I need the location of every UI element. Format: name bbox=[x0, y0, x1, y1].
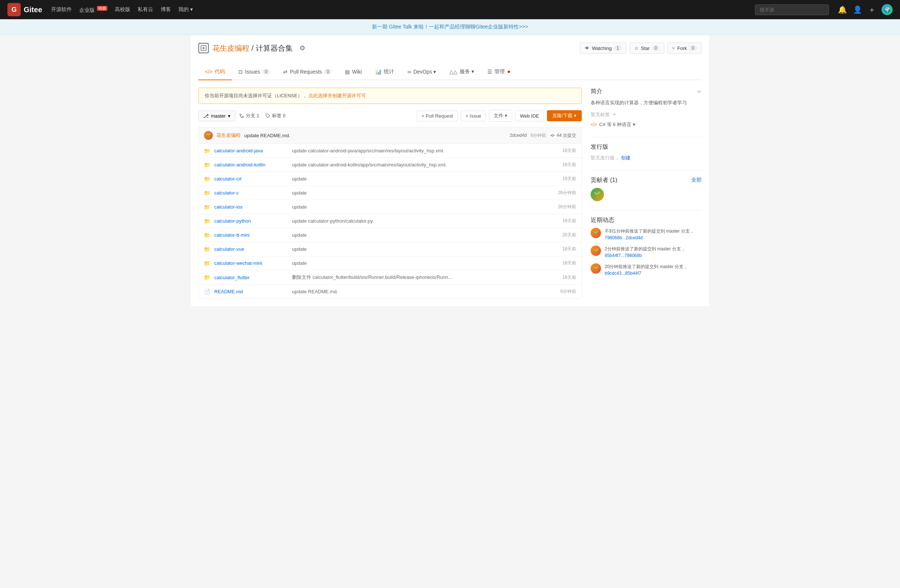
contributor-avatar-1[interactable]: 🌱 bbox=[591, 188, 604, 201]
sidebar-activity: 近期动态 🌱 不到1分钟前推送了新的提交到 master 分支， 798068b… bbox=[591, 216, 701, 277]
nav-mine[interactable]: 我的 ▾ bbox=[178, 6, 193, 13]
tab-code[interactable]: </> 代码 bbox=[199, 64, 232, 80]
search-input[interactable] bbox=[755, 5, 829, 15]
tab-wiki[interactable]: ▤ Wiki bbox=[338, 64, 368, 80]
edit-icon[interactable]: ✏ bbox=[697, 89, 701, 95]
file-name[interactable]: calculator-vue bbox=[214, 246, 288, 252]
web-ide-button[interactable]: Web IDE bbox=[515, 111, 544, 121]
nav-private[interactable]: 私有云 bbox=[138, 6, 153, 13]
sidebar-release-header: 发行版 bbox=[591, 143, 701, 151]
release-title: 发行版 bbox=[591, 143, 608, 151]
lang-info[interactable]: </> C# 等 6 种语言 ▾ bbox=[591, 121, 701, 128]
file-list: 📁calculator-android-javaupdate calculato… bbox=[199, 144, 582, 299]
notification-icon[interactable]: 🔔 bbox=[838, 5, 847, 14]
tab-stats[interactable]: 📊 统计 bbox=[369, 64, 401, 80]
all-contributors-link[interactable]: 全部 bbox=[691, 177, 701, 183]
activity-link-3[interactable]: b9cdc43...85b44f7 bbox=[605, 271, 641, 276]
file-time: 18天前 bbox=[563, 162, 576, 168]
file-time: 26分钟前 bbox=[558, 190, 576, 196]
file-name[interactable]: calculator-c bbox=[214, 190, 288, 196]
file-commit-msg: update bbox=[292, 232, 559, 238]
file-name[interactable]: calculator-python bbox=[214, 218, 288, 224]
file-name[interactable]: calculator_flutter bbox=[214, 275, 288, 280]
file-name[interactable]: calculator-android-java bbox=[214, 148, 288, 153]
clone-button[interactable]: 克隆/下载 ▾ bbox=[547, 110, 582, 121]
commit-count[interactable]: 44 次提交 bbox=[550, 132, 576, 139]
folder-icon: 📁 bbox=[204, 204, 211, 210]
commit-hash[interactable]: 2dced4d bbox=[510, 133, 527, 138]
star-button[interactable]: ☆ Star 0 bbox=[630, 43, 665, 54]
add-pr-button[interactable]: + Pull Request bbox=[417, 111, 458, 121]
tab-issues[interactable]: ⊡ Issues 0 bbox=[232, 64, 276, 80]
fork-icon: ⑂ bbox=[672, 45, 675, 51]
nav-enterprise[interactable]: 企业版 特惠 bbox=[79, 6, 107, 14]
manage-icon: ☰ bbox=[487, 69, 492, 75]
svg-point-2 bbox=[242, 116, 244, 118]
fork-button[interactable]: ⑂ Fork 0 bbox=[667, 43, 701, 54]
file-commit-msg: update bbox=[292, 204, 554, 210]
banner[interactable]: 新一期 Gitee Talk 来啦！一起和产品经理聊聊Gitee企业版新特性>>… bbox=[0, 19, 900, 35]
divider-3 bbox=[591, 210, 701, 210]
content-layout: 你当前开源项目尚未选择许可证（LICENSE）， 点此选择并创建开源许可可 ⎇ … bbox=[199, 88, 701, 299]
license-notice: 你当前开源项目尚未选择许可证（LICENSE）， 点此选择并创建开源许可可 bbox=[199, 88, 582, 104]
sidebar-intro-header: 简介 ✏ bbox=[591, 88, 701, 95]
branch-meta: 分支 1 标签 0 bbox=[239, 112, 413, 119]
nav-university[interactable]: 高校版 bbox=[115, 6, 130, 13]
file-row: 📁calculator-android-javaupdate calculato… bbox=[199, 144, 581, 158]
repo-type-icon bbox=[199, 43, 209, 53]
devops-icon: ∞ bbox=[407, 69, 411, 75]
create-license-link[interactable]: 点此选择并创建开源许可可 bbox=[308, 93, 366, 98]
watch-button[interactable]: 👁 Watching 1 bbox=[580, 43, 626, 54]
folder-icon: 📁 bbox=[204, 176, 211, 182]
tab-pr[interactable]: ⇄ Pull Requests 0 bbox=[276, 64, 338, 80]
service-icon: △△ bbox=[449, 69, 458, 75]
create-release-link[interactable]: 创建 bbox=[621, 155, 631, 161]
commit-message: update README.md. bbox=[244, 133, 506, 138]
add-issue-button[interactable]: + Issue bbox=[461, 111, 486, 121]
tab-manage[interactable]: ☰ 管理 bbox=[481, 64, 517, 80]
file-name[interactable]: calculator-c# bbox=[214, 176, 288, 182]
activity-title: 近期动态 bbox=[591, 216, 614, 224]
activity-avatar-2: 🌱 bbox=[591, 246, 601, 256]
repo-actions: 👁 Watching 1 ☆ Star 0 ⑂ Fork 0 bbox=[580, 43, 701, 54]
file-commit-msg: update calculator-android-kotlin/app/src… bbox=[292, 162, 559, 167]
content-main: 你当前开源项目尚未选择许可证（LICENSE）， 点此选择并创建开源许可可 ⎇ … bbox=[199, 88, 582, 299]
activity-link-2[interactable]: 85b44f7...798068b bbox=[605, 253, 642, 258]
release-text: 暂无发行版， 创建 bbox=[591, 155, 701, 161]
add-tag-icon[interactable]: ＋ bbox=[611, 111, 617, 117]
branch-selector[interactable]: ⎇ master ▾ bbox=[199, 111, 235, 121]
tab-devops[interactable]: ∞ DevOps ▾ bbox=[401, 64, 442, 80]
activity-text-2: 2分钟前推送了新的提交到 master 分支， 85b44f7...798068… bbox=[605, 246, 701, 259]
logo[interactable]: G Gitee bbox=[8, 3, 42, 16]
file-row: 📁calculator-iosupdate26分钟前 bbox=[199, 200, 581, 214]
file-name[interactable]: calculator-tt-mini bbox=[214, 232, 288, 238]
nav-blog[interactable]: 博客 bbox=[161, 6, 171, 13]
user-icon[interactable]: 👤 bbox=[853, 5, 862, 14]
repo-settings-icon[interactable]: ⚙ bbox=[299, 44, 305, 52]
file-time: 6分钟前 bbox=[560, 288, 576, 295]
issues-badge: 0 bbox=[262, 69, 270, 75]
commit-author[interactable]: 花生皮编程 bbox=[216, 132, 241, 139]
activity-link-1[interactable]: 798068b...2dced4d bbox=[605, 235, 643, 240]
logo-icon: G bbox=[8, 3, 21, 16]
tab-service[interactable]: △△ 服务 ▾ bbox=[442, 64, 481, 80]
activity-text-3: 20分钟前推送了新的提交到 master 分支， b9cdc43...85b44… bbox=[605, 263, 701, 277]
file-menu-button[interactable]: 文件 ▾ bbox=[489, 110, 512, 122]
logo-text: Gitee bbox=[24, 6, 42, 14]
file-time: 18天前 bbox=[563, 274, 576, 281]
intro-text: 各种语言实现的计算器，方便编程初学者学习 bbox=[591, 99, 701, 107]
repo-name: 计算器合集 bbox=[256, 44, 293, 52]
avatar[interactable]: 🌍 bbox=[881, 4, 892, 15]
file-name[interactable]: calculator-ios bbox=[214, 204, 288, 210]
plus-icon[interactable]: ＋ bbox=[868, 5, 875, 15]
topnav: G Gitee 开源软件 企业版 特惠 高校版 私有云 博客 我的 ▾ 🔔 👤 … bbox=[0, 0, 900, 19]
repo-owner-link[interactable]: 花生皮编程 bbox=[213, 44, 250, 52]
main-container: 花生皮编程 / 计算器合集 ⚙ 👁 Watching 1 ☆ Star 0 ⑂ … bbox=[191, 35, 709, 306]
code-lang-icon: </> bbox=[591, 122, 597, 127]
intro-title: 简介 bbox=[591, 88, 602, 95]
file-name[interactable]: calculator-wechat-mini bbox=[214, 260, 288, 266]
file-name[interactable]: README.md bbox=[214, 289, 288, 294]
nav-opensource[interactable]: 开源软件 bbox=[51, 6, 72, 13]
file-commit-msg: update bbox=[292, 246, 559, 252]
file-name[interactable]: calculator-android-kotlin bbox=[214, 162, 288, 167]
